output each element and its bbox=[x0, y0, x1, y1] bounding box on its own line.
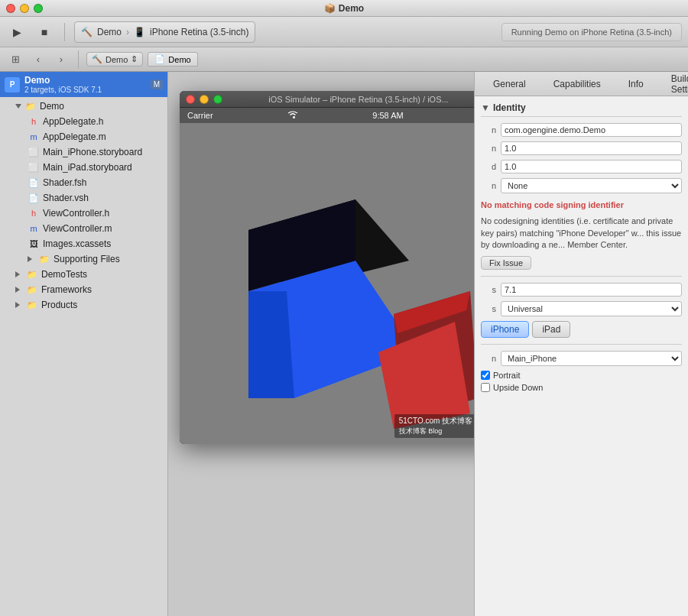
sim-minimize-button[interactable] bbox=[200, 95, 209, 104]
separator-arrow: › bbox=[126, 27, 129, 37]
bundle-id-label: n bbox=[481, 125, 496, 135]
sidebar-item-supporting-files[interactable]: 📁 Supporting Files bbox=[0, 251, 167, 267]
sidebar-item-label: DemoTests bbox=[41, 269, 87, 280]
version-field[interactable] bbox=[501, 141, 682, 155]
main-interface-label: n bbox=[481, 354, 496, 363]
team-selector[interactable]: None bbox=[501, 178, 682, 193]
maximize-button[interactable] bbox=[34, 4, 43, 13]
minimize-button[interactable] bbox=[20, 4, 29, 13]
scheme-name: Demo bbox=[97, 27, 122, 37]
sidebar-item-label: Main_iPad.storyboard bbox=[43, 162, 132, 173]
project-badge: M bbox=[151, 79, 163, 89]
target-dropdown[interactable]: 🔨 Demo ⇕ bbox=[86, 52, 143, 66]
sidebar-item-label: Images.xcassets bbox=[43, 238, 111, 249]
sim-close-button[interactable] bbox=[186, 95, 195, 104]
device-buttons-group: iPhone iPad bbox=[481, 321, 682, 338]
signing-text: No codesigning identities (i.e. certific… bbox=[481, 216, 682, 251]
version-label: n bbox=[481, 144, 496, 153]
sidebar-item-viewcontroller-h[interactable]: h ViewController.h bbox=[0, 206, 167, 221]
tab-info-label: Info bbox=[628, 79, 644, 89]
sidebar-item-label: Supporting Files bbox=[54, 254, 120, 264]
bundle-id-field[interactable] bbox=[501, 123, 682, 137]
sidebar-item-images-xcassets[interactable]: 🖼 Images.xcassets bbox=[0, 236, 167, 251]
target-name: Demo bbox=[105, 55, 128, 64]
sidebar-item-shader-fsh[interactable]: 📄 Shader.fsh bbox=[0, 175, 167, 190]
separator2 bbox=[481, 344, 682, 345]
build-field[interactable] bbox=[501, 160, 682, 173]
storyboard-file-icon: ⬜ bbox=[28, 146, 40, 158]
sidebar-item-appdelegate-h[interactable]: h AppDelegate.h bbox=[0, 114, 167, 129]
devices-label: s bbox=[481, 304, 496, 313]
3d-scene bbox=[180, 123, 474, 444]
run-button[interactable]: ▶ bbox=[6, 21, 28, 43]
ipad-device-button[interactable]: iPad bbox=[532, 321, 570, 338]
fix-issue-button[interactable]: Fix Issue bbox=[481, 256, 531, 270]
project-icon: P bbox=[5, 77, 20, 92]
inspector-tabs: General Capabilities Info Build Settings bbox=[475, 72, 688, 96]
status-bar: Running Demo on iPhone Retina (3.5-inch) bbox=[501, 23, 682, 41]
main-interface-selector[interactable]: Main_iPhone bbox=[501, 351, 682, 366]
sidebar-item-viewcontroller-m[interactable]: m ViewController.m bbox=[0, 221, 167, 236]
main-content: P Demo 2 targets, iOS SDK 7.1 M 📁 Demo h… bbox=[0, 72, 688, 616]
sidebar-item-demotests[interactable]: 📁 DemoTests bbox=[0, 267, 167, 282]
main-toolbar: ▶ ■ 🔨 Demo › 📱 iPhone Retina (3.5-inch) … bbox=[0, 17, 688, 47]
sidebar: P Demo 2 targets, iOS SDK 7.1 M 📁 Demo h… bbox=[0, 72, 168, 616]
tab-general[interactable]: General bbox=[481, 76, 538, 92]
toolbar-separator bbox=[64, 23, 65, 41]
sidebar-item-demo-group[interactable]: 📁 Demo bbox=[0, 99, 167, 114]
chevron-right-icon bbox=[28, 256, 32, 262]
sidebar-item-appdelegate-m[interactable]: m AppDelegate.m bbox=[0, 129, 167, 144]
iphone-device-button[interactable]: iPhone bbox=[481, 321, 529, 338]
sidebar-item-label: ViewController.h bbox=[43, 208, 109, 219]
editor-tab-label: Demo bbox=[168, 55, 190, 64]
folder-icon: 📁 bbox=[26, 284, 38, 296]
simulator-status-bar: Carrier 9:58 AM bbox=[180, 108, 474, 123]
main-interface-row: n Main_iPhone bbox=[481, 351, 682, 366]
upside-down-checkbox[interactable] bbox=[481, 383, 490, 392]
sidebar-item-shader-vsh[interactable]: 📄 Shader.vsh bbox=[0, 190, 167, 206]
secondary-toolbar: ⊞ ‹ › 🔨 Demo ⇕ 📄 Demo bbox=[0, 47, 688, 72]
sidebar-item-label: Frameworks bbox=[41, 284, 92, 295]
project-header[interactable]: P Demo 2 targets, iOS SDK 7.1 M bbox=[0, 72, 167, 97]
scheme-selector[interactable]: 🔨 Demo › 📱 iPhone Retina (3.5-inch) bbox=[74, 21, 255, 43]
project-subtitle: 2 targets, iOS SDK 7.1 bbox=[24, 86, 146, 94]
sidebar-item-main-ipad-storyboard[interactable]: ⬜ Main_iPad.storyboard bbox=[0, 160, 167, 175]
devices-selector[interactable]: Universal bbox=[501, 301, 682, 316]
portrait-checkbox[interactable] bbox=[481, 371, 490, 380]
sidebar-item-label: Shader.vsh bbox=[43, 193, 89, 203]
signing-title: No matching code signing identifier bbox=[481, 199, 682, 211]
sidebar-item-frameworks[interactable]: 📁 Frameworks bbox=[0, 282, 167, 297]
title-bar: 📦 Demo bbox=[0, 0, 688, 17]
forward-button[interactable]: › bbox=[52, 50, 70, 69]
device-name: iPhone Retina (3.5-inch) bbox=[150, 27, 248, 37]
window-buttons[interactable] bbox=[6, 4, 43, 13]
editor-tab-icon: 📄 bbox=[154, 54, 165, 64]
shader-file-icon: 📄 bbox=[28, 177, 40, 189]
separator bbox=[481, 276, 682, 277]
devices-row: s Universal bbox=[481, 301, 682, 316]
deployment-field[interactable] bbox=[501, 283, 682, 297]
wifi-icon bbox=[287, 111, 298, 121]
stop-button[interactable]: ■ bbox=[34, 21, 55, 43]
close-button[interactable] bbox=[6, 4, 15, 13]
simulator-window-buttons[interactable] bbox=[186, 95, 222, 104]
grid-view-button[interactable]: ⊞ bbox=[6, 50, 24, 69]
editor-tab-demo[interactable]: 📄 Demo bbox=[148, 52, 197, 66]
tab-capabilities[interactable]: Capabilities bbox=[541, 76, 613, 92]
tab-build-settings[interactable]: Build Settings bbox=[659, 72, 688, 97]
sim-maximize-button[interactable] bbox=[213, 95, 222, 104]
watermark-site: 51CTO.com 技术博客 Blog bbox=[399, 416, 474, 426]
tab-info[interactable]: Info bbox=[616, 76, 656, 92]
back-button[interactable]: ‹ bbox=[29, 50, 47, 69]
portrait-orientation-row: Portrait bbox=[481, 371, 682, 380]
sidebar-item-products[interactable]: 📁 Products bbox=[0, 297, 167, 313]
window-title: 📦 Demo bbox=[324, 3, 364, 14]
storyboard-file-icon: ⬜ bbox=[28, 161, 40, 173]
sidebar-item-main-iphone-storyboard[interactable]: ⬜ Main_iPhone.storyboard bbox=[0, 144, 167, 160]
simulator-title: iOS Simulator – iPhone Retina (3.5-inch)… bbox=[268, 95, 448, 104]
version-row: n bbox=[481, 141, 682, 155]
shader-file-icon: 📄 bbox=[28, 192, 40, 204]
header-file-icon: h bbox=[28, 115, 40, 128]
chevron-right-icon bbox=[15, 302, 20, 308]
build-label: d bbox=[481, 162, 496, 171]
